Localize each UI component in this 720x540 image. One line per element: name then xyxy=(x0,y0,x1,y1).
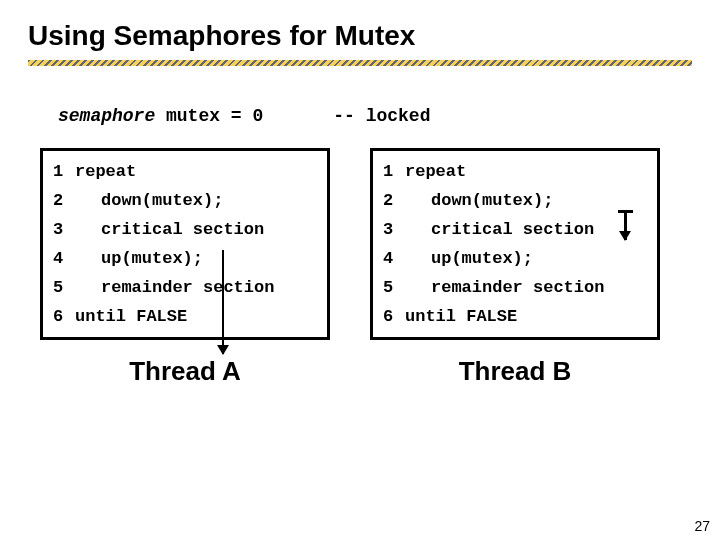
indent xyxy=(75,278,101,297)
indent xyxy=(405,191,431,210)
pointer-arrow-b xyxy=(624,212,627,240)
code-text: until FALSE xyxy=(405,307,517,326)
semaphore-declaration: semaphore mutex = 0-- locked xyxy=(0,66,720,126)
indent xyxy=(405,249,431,268)
code-text: remainder section xyxy=(431,278,604,297)
code-line: 5remainder section xyxy=(383,273,647,302)
line-number: 3 xyxy=(53,220,75,239)
thread-b-code: 1repeat2down(mutex);3critical section4up… xyxy=(370,148,660,340)
line-number: 2 xyxy=(383,191,405,210)
line-number: 5 xyxy=(53,278,75,297)
code-text: up(mutex); xyxy=(101,249,203,268)
line-number: 6 xyxy=(383,307,405,326)
code-line: 2down(mutex); xyxy=(53,186,317,215)
line-number: 2 xyxy=(53,191,75,210)
code-text: down(mutex); xyxy=(431,191,553,210)
line-number: 3 xyxy=(383,220,405,239)
code-line: 2down(mutex); xyxy=(383,186,647,215)
page-number: 27 xyxy=(694,518,710,534)
code-line: 4up(mutex); xyxy=(53,244,317,273)
thread-a-label: Thread A xyxy=(40,356,330,387)
semaphore-comment: -- locked xyxy=(333,106,430,126)
code-text: repeat xyxy=(405,162,466,181)
code-line: 1repeat xyxy=(383,157,647,186)
indent xyxy=(405,278,431,297)
code-line: 1repeat xyxy=(53,157,317,186)
line-number: 4 xyxy=(53,249,75,268)
code-text: critical section xyxy=(101,220,264,239)
thread-b-label: Thread B xyxy=(370,356,660,387)
code-text: until FALSE xyxy=(75,307,187,326)
execution-arrow-a xyxy=(222,250,224,354)
code-boxes: 1repeat2down(mutex);3critical section4up… xyxy=(0,126,720,340)
line-number: 5 xyxy=(383,278,405,297)
indent xyxy=(75,249,101,268)
indent xyxy=(75,220,101,239)
code-text: up(mutex); xyxy=(431,249,533,268)
slide-title: Using Semaphores for Mutex xyxy=(0,0,720,60)
line-number: 4 xyxy=(383,249,405,268)
line-number: 1 xyxy=(53,162,75,181)
code-text: down(mutex); xyxy=(101,191,223,210)
code-line: 3critical section xyxy=(383,215,647,244)
semaphore-keyword: semaphore xyxy=(58,106,155,126)
code-line: 6until FALSE xyxy=(53,302,317,331)
thread-labels: Thread A Thread B xyxy=(0,340,720,387)
code-line: 3critical section xyxy=(53,215,317,244)
line-number: 1 xyxy=(383,162,405,181)
code-line: 5remainder section xyxy=(53,273,317,302)
thread-a-code: 1repeat2down(mutex);3critical section4up… xyxy=(40,148,330,340)
line-number: 6 xyxy=(53,307,75,326)
indent xyxy=(75,191,101,210)
code-text: remainder section xyxy=(101,278,274,297)
code-text: critical section xyxy=(431,220,594,239)
code-line: 4up(mutex); xyxy=(383,244,647,273)
semaphore-init: mutex = 0 xyxy=(155,106,263,126)
code-line: 6until FALSE xyxy=(383,302,647,331)
indent xyxy=(405,220,431,239)
code-text: repeat xyxy=(75,162,136,181)
